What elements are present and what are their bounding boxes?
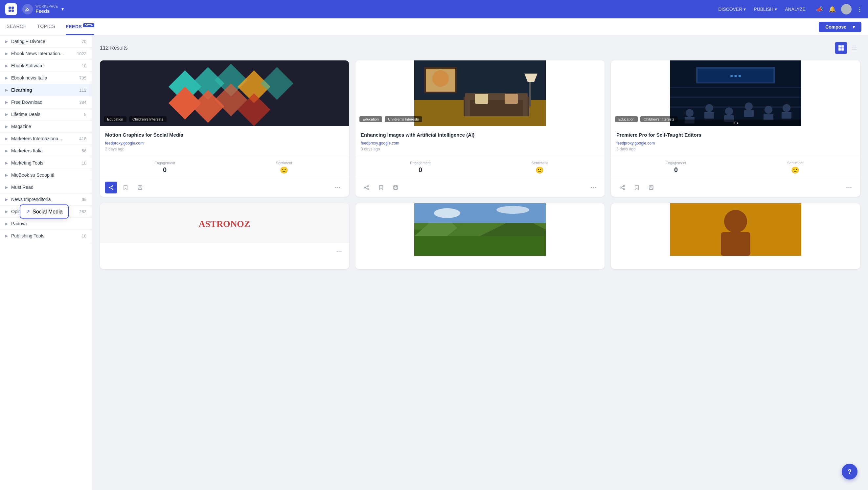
compose-dropdown-icon[interactable]: ▾ bbox=[849, 24, 855, 30]
svg-rect-3 bbox=[11, 9, 14, 12]
share-button-2[interactable] bbox=[361, 182, 373, 193]
bookmark-button-3[interactable] bbox=[631, 182, 643, 193]
sidebar-chevron-icon: ▶ bbox=[5, 197, 8, 202]
sidebar-chevron-icon: ▶ bbox=[5, 76, 8, 80]
sidebar-item-marketers-intl[interactable]: ▶ Marketers Internaziona... 418 bbox=[0, 133, 92, 145]
user-avatar[interactable] bbox=[841, 4, 851, 14]
sub-navigation: SEARCH TOPICS FEEDSBETA Compose ▾ bbox=[0, 19, 868, 35]
view-toggle bbox=[835, 42, 860, 54]
sidebar-chevron-icon: ▶ bbox=[5, 209, 8, 214]
content-card-2: Education Children's Interests Enhancing… bbox=[355, 60, 604, 197]
bookmark-button-1[interactable] bbox=[120, 182, 131, 193]
content-card-5 bbox=[355, 203, 604, 269]
card-title-2: Enhancing Images with Artificial Intelli… bbox=[361, 131, 599, 138]
card-tags-1: Education Children's Interests bbox=[104, 116, 166, 122]
main-nav-menu: DISCOVER ▾ PUBLISH ▾ ANALYZE bbox=[718, 7, 806, 12]
share-button-3[interactable] bbox=[616, 182, 628, 193]
sidebar-item-elearning[interactable]: ▶ Elearning 112 bbox=[0, 84, 92, 96]
svg-rect-0 bbox=[8, 7, 11, 9]
sidebar-item-opinion-leader[interactable]: ▶ Opinion leader 282 ↗ Social Media bbox=[0, 205, 92, 218]
app-logo[interactable] bbox=[5, 3, 17, 15]
sidebar-item-dating-divorce[interactable]: ▶ Dating + Divorce 70 bbox=[0, 35, 92, 47]
sidebar-item-free-download[interactable]: ▶ Free Download 384 bbox=[0, 96, 92, 108]
sidebar-item-padova[interactable]: ▶ Padova bbox=[0, 218, 92, 230]
sidebar-item-lifetime-deals[interactable]: ▶ Lifetime Deals 5 bbox=[0, 108, 92, 121]
feeds-tab[interactable]: FEEDSBETA bbox=[66, 19, 94, 35]
help-fab[interactable]: ? bbox=[842, 464, 858, 480]
sidebar-chevron-icon: ▶ bbox=[5, 112, 8, 117]
svg-point-100 bbox=[724, 210, 747, 233]
svg-rect-57 bbox=[670, 87, 801, 88]
svg-point-64 bbox=[725, 107, 733, 115]
svg-rect-7 bbox=[838, 48, 841, 51]
sidebar-chevron-icon: ▶ bbox=[5, 222, 8, 226]
sidebar-item-miobook[interactable]: ▶ MioBook su Scoop.it! bbox=[0, 169, 92, 181]
sidebar-item-ebook-software[interactable]: ▶ Ebook Software 10 bbox=[0, 60, 92, 72]
more-button-1[interactable] bbox=[332, 182, 344, 193]
card-time-1: 3 days ago bbox=[105, 147, 344, 152]
sidebar-chevron-icon: ▶ bbox=[5, 88, 8, 92]
svg-line-81 bbox=[621, 188, 624, 189]
megaphone-icon[interactable]: 📣 bbox=[816, 6, 823, 13]
svg-rect-28 bbox=[138, 188, 141, 190]
svg-point-55 bbox=[595, 187, 596, 188]
bookmark-button-2[interactable] bbox=[375, 182, 387, 193]
sidebar-item-must-read[interactable]: ▶ Must Read bbox=[0, 181, 92, 193]
svg-point-53 bbox=[591, 187, 592, 188]
cards-grid: Education Children's Interests Motion Gr… bbox=[100, 60, 860, 269]
main-content: 112 Results bbox=[92, 35, 868, 490]
svg-point-84 bbox=[847, 187, 848, 188]
social-media-tooltip: ↗ Social Media bbox=[20, 205, 69, 219]
svg-point-30 bbox=[337, 187, 338, 188]
sidebar-chevron-icon: ▶ bbox=[5, 52, 8, 56]
sidebar-item-ebook-news-italia[interactable]: ▶ Ebook news Italia 705 bbox=[0, 72, 92, 84]
sidebar-item-magazine[interactable]: ▶ Magazine bbox=[0, 121, 92, 133]
svg-rect-69 bbox=[764, 113, 773, 120]
card-image-6 bbox=[611, 203, 860, 269]
card-tag-education: Education bbox=[104, 116, 126, 122]
sidebar-item-marketing-tools[interactable]: ▶ Marketing Tools 10 bbox=[0, 157, 92, 169]
svg-rect-41 bbox=[523, 93, 528, 116]
sidebar-item-publishing-tools[interactable]: ▶ Publishing Tools 10 bbox=[0, 230, 92, 242]
sidebar-chevron-icon: ▶ bbox=[5, 149, 8, 153]
discover-menu-item[interactable]: DISCOVER ▾ bbox=[718, 7, 746, 12]
content-card-6 bbox=[611, 203, 860, 269]
workspace-feeds-button[interactable]: WORKSPACE Feeds ▼ bbox=[22, 4, 65, 14]
sidebar-item-marketers-italia[interactable]: ▶ Marketers Italia 56 bbox=[0, 145, 92, 157]
sidebar-chevron-icon: ▶ bbox=[5, 234, 8, 238]
sidebar-item-news-imprenditoria[interactable]: ▶ News Imprenditoria 95 bbox=[0, 193, 92, 205]
search-tab[interactable]: SEARCH bbox=[7, 19, 27, 35]
card-source-1: feedproxy.google.com bbox=[105, 141, 344, 145]
svg-rect-71 bbox=[782, 112, 792, 119]
more-button-3[interactable] bbox=[843, 182, 855, 193]
list-view-button[interactable] bbox=[848, 42, 860, 54]
sidebar-item-ebook-news-intl[interactable]: ▶ Ebook News Internation... 1022 bbox=[0, 47, 92, 60]
more-options-icon[interactable]: ⋮ bbox=[857, 6, 863, 13]
card-tag-childrens-2: Children's Interests bbox=[385, 116, 422, 122]
publish-menu-item[interactable]: PUBLISH ▾ bbox=[754, 7, 777, 12]
svg-rect-52 bbox=[394, 188, 397, 190]
svg-rect-63 bbox=[704, 112, 714, 119]
card-image-3: ■ ■ ■ ⏸ ▶ Education Children's Interests bbox=[611, 60, 860, 126]
bell-icon[interactable]: 🔔 bbox=[829, 6, 836, 13]
topics-tab[interactable]: TOPICS bbox=[37, 19, 55, 35]
results-header: 112 Results bbox=[100, 42, 860, 54]
svg-rect-8 bbox=[841, 48, 844, 51]
compose-button[interactable]: Compose ▾ bbox=[819, 22, 861, 32]
save-button-3[interactable] bbox=[645, 182, 657, 193]
card-actions-1 bbox=[100, 178, 349, 197]
svg-point-37 bbox=[432, 70, 449, 87]
card-image-1: Education Children's Interests bbox=[100, 60, 349, 126]
sidebar-chevron-icon: ▶ bbox=[5, 137, 8, 141]
svg-text:■ ■ ■: ■ ■ ■ bbox=[730, 73, 741, 78]
more-button-2[interactable] bbox=[587, 182, 599, 193]
card-tag-childrens: Children's Interests bbox=[129, 116, 166, 122]
save-button-1[interactable] bbox=[134, 182, 146, 193]
share-button-1[interactable] bbox=[105, 182, 117, 193]
more-button-4[interactable] bbox=[333, 246, 345, 258]
analyze-menu-item[interactable]: ANALYZE bbox=[785, 7, 806, 12]
card-actions-2 bbox=[355, 178, 604, 197]
save-button-2[interactable] bbox=[390, 182, 401, 193]
grid-view-button[interactable] bbox=[835, 42, 847, 54]
sidebar-chevron-icon: ▶ bbox=[5, 64, 8, 68]
